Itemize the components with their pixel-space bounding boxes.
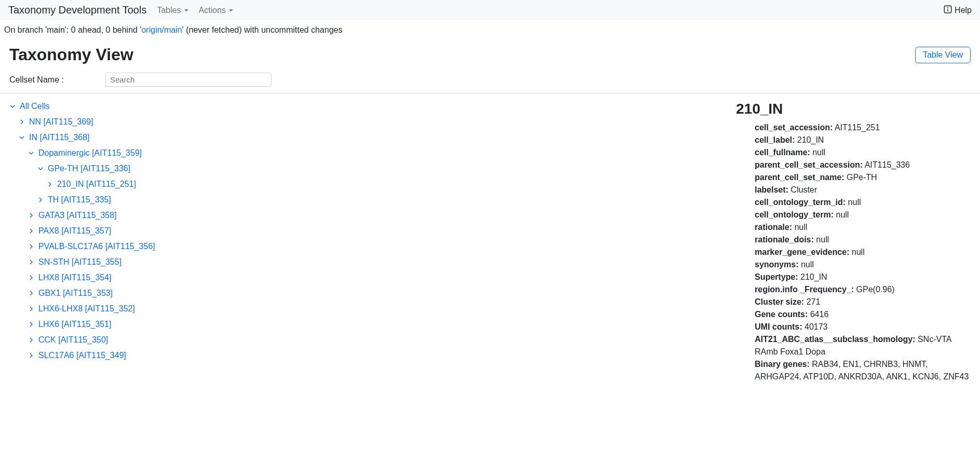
detail-field-key: AIT21_ABC_atlas__subclass_homology: bbox=[755, 335, 915, 344]
help-link[interactable]: Help bbox=[943, 5, 972, 16]
detail-field: region.info _Frequency_: GPe(0.96) bbox=[755, 283, 970, 296]
brand: Taxonomy Development Tools bbox=[8, 4, 146, 16]
detail-field: cell_set_accession: AIT115_251 bbox=[755, 121, 970, 134]
detail-field-key: UMI counts: bbox=[755, 322, 802, 331]
tree-node[interactable]: GBX1 [AIT115_353] bbox=[28, 285, 716, 301]
tree-node-label: All Cells bbox=[20, 102, 50, 111]
chevron-down-icon[interactable] bbox=[28, 150, 34, 156]
chevron-right-icon[interactable] bbox=[28, 352, 34, 359]
branch-status-bar: On branch 'main': 0 ahead, 0 behind 'ori… bbox=[0, 20, 980, 40]
detail-field-key: Binary genes: bbox=[755, 360, 810, 369]
detail-field: parent_cell_set_name: GPe-TH bbox=[755, 171, 970, 184]
tree-node[interactable]: IN [AIT115_368] bbox=[19, 130, 716, 145]
tree-node-label: PAX8 [AIT115_357] bbox=[38, 226, 111, 236]
tree-node-label: GATA3 [AIT115_358] bbox=[38, 211, 117, 220]
detail-field-key: rationale: bbox=[755, 223, 792, 231]
tree-node[interactable]: SLC17A6 [AIT115_349] bbox=[28, 348, 716, 363]
search-input[interactable] bbox=[105, 73, 271, 87]
chevron-down-icon bbox=[184, 9, 188, 11]
detail-field: UMI counts: 40173 bbox=[755, 321, 970, 333]
chevron-down-icon[interactable] bbox=[37, 166, 44, 172]
tree-node[interactable]: PAX8 [AIT115_357] bbox=[28, 223, 716, 239]
detail-field-value: 210_IN bbox=[798, 272, 827, 281]
detail-field: NSForest markers _Combo_: EN1, HNMT, ARH… bbox=[755, 383, 970, 384]
detail-field-list: cell_set_accession: AIT115_251cell_label… bbox=[736, 121, 970, 384]
tree-pane[interactable]: All CellsNN [AIT115_369]IN [AIT115_368]D… bbox=[0, 93, 720, 384]
tree-node[interactable]: LHX6 [AIT115_351] bbox=[28, 317, 716, 332]
info-icon bbox=[943, 5, 952, 16]
chevron-right-icon[interactable] bbox=[47, 181, 53, 187]
branch-suffix: ' (never fetched) with uncommitted chang… bbox=[182, 25, 343, 34]
chevron-right-icon[interactable] bbox=[28, 290, 34, 296]
tree-node[interactable]: NN [AIT115_369] bbox=[19, 114, 716, 130]
detail-field: Cluster size: 271 bbox=[755, 296, 970, 308]
tree-node-label: SLC17A6 [AIT115_349] bbox=[38, 351, 126, 360]
table-view-button[interactable]: Table View bbox=[915, 47, 971, 63]
branch-remote-link[interactable]: origin/main bbox=[141, 25, 182, 34]
main-split: All CellsNN [AIT115_369]IN [AIT115_368]D… bbox=[0, 93, 980, 384]
tree-node[interactable]: All Cells bbox=[9, 99, 716, 114]
tree-node-label: PVALB-SLC17A6 [AIT115_356] bbox=[38, 242, 155, 251]
tree-node[interactable]: GATA3 [AIT115_358] bbox=[28, 208, 716, 223]
detail-field: Binary genes: RAB34, EN1, CHRNB3, HNMT, … bbox=[755, 358, 970, 383]
chevron-right-icon[interactable] bbox=[28, 259, 34, 265]
tree-node[interactable]: LHX8 [AIT115_354] bbox=[28, 270, 716, 285]
chevron-right-icon[interactable] bbox=[28, 321, 34, 327]
chevron-right-icon[interactable] bbox=[28, 275, 34, 281]
detail-field: cell_ontology_term_id: null bbox=[755, 196, 970, 209]
detail-field-value: GPe-TH bbox=[845, 173, 877, 182]
help-label: Help bbox=[955, 6, 972, 15]
detail-field: rationale: null bbox=[755, 221, 970, 234]
tree-node-label: CCK [AIT115_350] bbox=[38, 335, 108, 345]
tree-node-label: 210_IN [AIT115_251] bbox=[57, 180, 136, 189]
chevron-right-icon[interactable] bbox=[28, 243, 34, 250]
detail-field-value: null bbox=[810, 148, 825, 157]
tree-node-label: LHX6-LHX8 [AIT115_352] bbox=[38, 304, 135, 313]
detail-field: Gene counts: 6416 bbox=[755, 308, 970, 321]
chevron-right-icon[interactable] bbox=[28, 306, 34, 312]
tree-node-label: Dopaminergic [AIT115_359] bbox=[38, 148, 142, 158]
detail-field-key: cell_fullname: bbox=[755, 148, 810, 157]
tree-node-label: GBX1 [AIT115_353] bbox=[38, 289, 113, 298]
nav-menu-actions[interactable]: Actions bbox=[199, 6, 233, 15]
page-header: Taxonomy View Table View bbox=[0, 40, 980, 70]
nav-menu-tables[interactable]: Tables bbox=[157, 6, 188, 15]
tree-node[interactable]: 210_IN [AIT115_251] bbox=[47, 176, 716, 192]
tree-node[interactable]: PVALB-SLC17A6 [AIT115_356] bbox=[28, 239, 716, 254]
detail-field-key: Cluster size: bbox=[755, 297, 804, 306]
detail-field-key: cell_ontology_term: bbox=[755, 210, 834, 219]
tree-node[interactable]: GPe-TH [AIT115_336] bbox=[37, 161, 716, 176]
detail-field-key: Supertype: bbox=[755, 272, 798, 281]
chevron-right-icon[interactable] bbox=[28, 212, 34, 219]
detail-field-key: rationale_dois: bbox=[755, 235, 814, 244]
chevron-down-icon[interactable] bbox=[19, 134, 25, 141]
tree-node-label: NN [AIT115_369] bbox=[29, 117, 93, 127]
chevron-right-icon[interactable] bbox=[37, 197, 44, 203]
tree-node[interactable]: CCK [AIT115_350] bbox=[28, 332, 716, 348]
tree-node[interactable]: Dopaminergic [AIT115_359] bbox=[28, 145, 716, 161]
detail-field-value: null bbox=[814, 235, 829, 244]
chevron-down-icon[interactable] bbox=[9, 103, 16, 110]
chevron-right-icon[interactable] bbox=[19, 119, 25, 125]
detail-field-value: Cluster bbox=[788, 185, 817, 194]
chevron-right-icon[interactable] bbox=[28, 228, 34, 234]
detail-field-value: null bbox=[846, 198, 861, 207]
detail-field-key: region.info _Frequency_: bbox=[755, 285, 854, 294]
detail-field-value: 40173 bbox=[802, 322, 828, 331]
taxonomy-tree: All CellsNN [AIT115_369]IN [AIT115_368]D… bbox=[9, 99, 716, 363]
detail-field-value: GPe(0.96) bbox=[854, 285, 894, 294]
detail-field-value: 271 bbox=[804, 297, 820, 306]
detail-field: AIT21_ABC_atlas__subclass_homology: SNc-… bbox=[755, 333, 970, 358]
tree-node-label: TH [AIT115_335] bbox=[48, 195, 111, 204]
detail-field: synonyms: null bbox=[755, 258, 970, 271]
detail-field-key: parent_cell_set_accession: bbox=[755, 160, 863, 169]
nav-menu-label: Tables bbox=[157, 6, 181, 15]
tree-node[interactable]: SN-STH [AIT115_355] bbox=[28, 254, 716, 270]
tree-node[interactable]: TH [AIT115_335] bbox=[37, 192, 716, 208]
chevron-right-icon[interactable] bbox=[28, 337, 34, 343]
detail-field-key: Gene counts: bbox=[755, 310, 808, 319]
tree-node[interactable]: LHX6-LHX8 [AIT115_352] bbox=[28, 301, 716, 317]
branch-prefix: On branch 'main': 0 ahead, 0 behind ' bbox=[4, 25, 141, 34]
detail-field-value: null bbox=[849, 248, 864, 256]
detail-field-key: marker_gene_evidence: bbox=[755, 248, 849, 256]
